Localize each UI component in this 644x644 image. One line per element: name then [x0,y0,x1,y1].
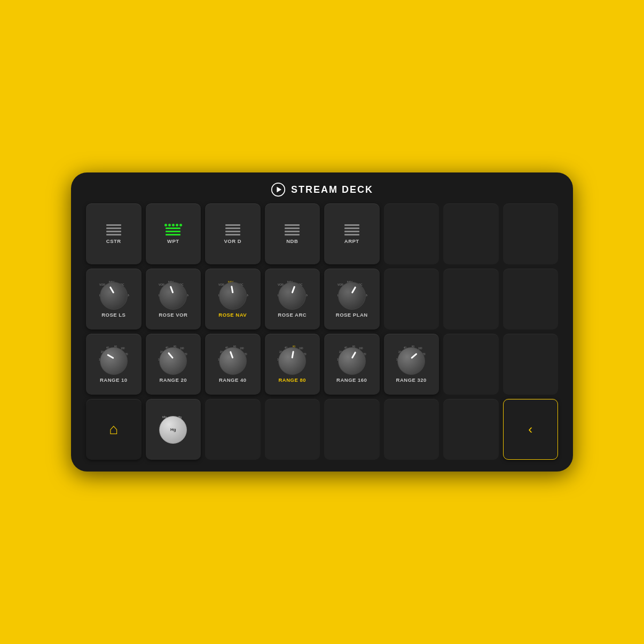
knob-range160: 10 20 40 80 160 320 [338,347,366,375]
empty-r3-7 [443,334,499,395]
svg-marker-1 [277,187,281,193]
empty-r2-8 [503,269,559,329]
knob-range40: 10 20 40 80 160 320 [219,347,247,375]
knob-baro: hPa Hg Hg [159,416,187,444]
knob-bg-range80 [278,347,306,375]
label-rose-vor: ROSE VOR [159,312,187,318]
knob-range80: 10 20 40 80 160 320 [278,347,306,375]
deck-header: STREAM DECK [271,182,373,197]
lines-icon-wpt [166,227,180,235]
label-range20: RANGE 20 [159,377,187,383]
knob-rose-ls: VOR NAV ARC PLAN LS [100,282,128,310]
btn-cstr[interactable]: CSTR [86,203,142,264]
label-rose-ls: ROSE LS [101,312,125,318]
knob-bg-range320 [397,347,425,375]
knob-bg-rose-vor [159,282,187,310]
label-rose-arc: ROSE ARC [278,312,307,318]
btn-rose-nav[interactable]: VOR NAV ARC PLAN LS ROSE NAV [205,269,261,329]
btn-rose-arc[interactable]: VOR NAV ARC PLAN LS ROSE ARC [265,269,320,329]
baro-label: Hg [170,427,176,432]
label-range160: RANGE 160 [336,377,367,383]
empty-r4-4 [265,399,320,460]
btn-rose-vor[interactable]: VOR NAV ARC PLAN LS ROSE VOR [146,269,201,329]
empty-r1-6 [384,203,439,264]
btn-range80[interactable]: 10 20 40 80 160 320 RANGE 80 [265,334,320,395]
btn-arpt[interactable]: ARPT [324,203,380,264]
knob-rose-vor: VOR NAV ARC PLAN LS [159,282,187,310]
label-cstr: CSTR [106,238,121,244]
empty-r4-7 [443,399,499,460]
knob-bg-rose-arc [278,282,306,310]
label-range80: RANGE 80 [278,377,306,383]
knob-bg-range20 [159,347,187,375]
knob-bg-range10 [100,347,128,375]
knob-range320: 10 20 40 80 160 320 [397,347,425,375]
btn-wpt[interactable]: WPT [146,203,201,264]
empty-r4-5 [324,399,380,460]
lines-icon-ndb [285,224,300,235]
knob-bg-rose-nav [219,282,247,310]
btn-range10[interactable]: 10 20 40 80 160 320 RANGE 10 [86,334,142,395]
empty-r1-7 [443,203,499,264]
btn-vord[interactable]: VOR D [205,203,261,264]
btn-ndb[interactable]: NDB [265,203,320,264]
stream-deck-logo [271,182,286,197]
label-wpt: WPT [167,238,179,244]
btn-rose-plan[interactable]: VOR NAV ARC PLAN LS ROSE PLAN [324,269,380,329]
lines-icon-cstr [106,224,121,235]
btn-range160[interactable]: 10 20 40 80 160 320 RANGE 160 [324,334,380,395]
btn-range320[interactable]: 10 20 40 80 160 320 RANGE 320 [384,334,439,395]
knob-range20: 10 20 40 80 160 320 [159,347,187,375]
deck-title: STREAM DECK [291,184,373,195]
stream-deck: STREAM DECK CSTR WPT VOR D [71,172,573,472]
knob-bg-range40 [219,347,247,375]
label-vord: VOR D [224,238,241,244]
btn-range20[interactable]: 10 20 40 80 160 320 RANGE 20 [146,334,201,395]
empty-r2-6 [384,269,439,329]
home-icon: ⌂ [109,421,118,438]
knob-rose-arc: VOR NAV ARC PLAN LS [278,282,306,310]
knob-rose-nav: VOR NAV ARC PLAN LS [219,282,247,310]
label-ndb: NDB [286,238,298,244]
lines-icon-vord [225,224,240,235]
label-range10: RANGE 10 [100,377,128,383]
lines-icon-arpt [344,224,359,235]
label-rose-plan: ROSE PLAN [336,312,368,318]
btn-range40[interactable]: 10 20 40 80 160 320 RANGE 40 [205,334,261,395]
knob-rose-plan: VOR NAV ARC PLAN LS [338,282,366,310]
knob-bg-rose-ls [100,282,128,310]
knob-bg-rose-plan [338,282,366,310]
label-arpt: ARPT [344,238,359,244]
knob-bg-range160 [338,347,366,375]
knob-bg-baro: Hg [159,416,187,444]
empty-r1-8 [503,203,559,264]
empty-r3-8 [503,334,559,395]
empty-r2-7 [443,269,499,329]
btn-baro[interactable]: hPa Hg Hg [146,399,201,460]
btn-back[interactable]: ‹ [503,399,559,460]
empty-r4-6 [384,399,439,460]
label-range320: RANGE 320 [396,377,427,383]
back-icon: ‹ [528,422,532,437]
empty-r4-3 [205,399,261,460]
label-range40: RANGE 40 [219,377,247,383]
button-grid: CSTR WPT VOR D NDB AR [86,203,558,460]
btn-rose-ls[interactable]: VOR NAV ARC PLAN LS ROSE LS [86,269,142,329]
btn-home[interactable]: ⌂ [86,399,142,460]
dot-line-wpt [164,224,182,226]
label-rose-nav: ROSE NAV [218,312,247,318]
knob-range10: 10 20 40 80 160 320 [100,347,128,375]
